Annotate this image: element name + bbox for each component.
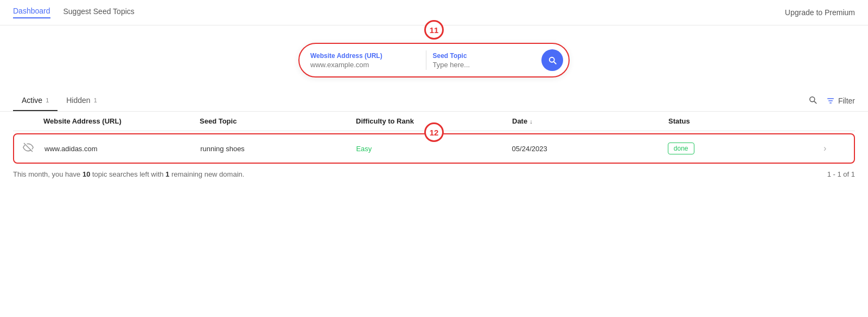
col-date: Date ↓ [512, 117, 668, 125]
nav-item-dashboard[interactable]: Dashboard [13, 7, 50, 18]
footer: This month, you have 10 topic searches l… [0, 164, 868, 185]
row-url: www.adidas.com [44, 145, 200, 153]
filter-label: Filter [838, 96, 855, 105]
tab-hidden-label: Hidden [66, 96, 90, 105]
col-status: Status [668, 117, 825, 125]
row-hide-icon-cell [23, 142, 44, 155]
tab-hidden-count: 1 [94, 97, 97, 103]
status-badge: done [668, 143, 694, 154]
tab-active-label: Active [22, 96, 42, 105]
url-field: Website Address (URL) [310, 52, 419, 69]
hide-icon [23, 142, 34, 155]
row-status: done [668, 143, 824, 154]
upgrade-button[interactable]: Upgrade to Premium [785, 8, 855, 17]
svg-point-0 [810, 96, 815, 101]
col-url: Website Address (URL) [43, 117, 200, 125]
table-area: Website Address (URL) Seed Topic Difficu… [0, 112, 868, 164]
chevron-right-icon: › [824, 144, 826, 153]
filter-button[interactable]: Filter [826, 96, 855, 105]
sort-arrow: ↓ [529, 118, 533, 125]
topic-field-label: Seed Topic [433, 52, 542, 60]
col-actions [825, 117, 846, 125]
row-difficulty: Easy [356, 145, 512, 153]
url-input[interactable] [310, 61, 419, 69]
nav-item-suggest[interactable]: Suggest Seed Topics [63, 7, 135, 18]
row-chevron[interactable]: › [824, 144, 845, 153]
annotation-11: 11 [424, 20, 444, 40]
table-search-icon [808, 95, 818, 105]
search-icon [547, 55, 557, 65]
tab-active-count: 1 [46, 97, 49, 103]
row-seed-topic: running shoes [200, 145, 356, 153]
search-divider [426, 50, 426, 70]
searches-left: 10 [82, 170, 90, 178]
footer-text: This month, you have 10 topic searches l… [13, 170, 244, 178]
tabs-left: Active 1 Hidden 1 [13, 90, 106, 111]
topic-field: Seed Topic [433, 52, 542, 69]
search-button[interactable] [541, 49, 563, 71]
topic-input[interactable] [433, 61, 542, 69]
col-icon [22, 117, 43, 125]
url-field-label: Website Address (URL) [310, 52, 419, 60]
tab-hidden[interactable]: Hidden 1 [58, 90, 106, 111]
col-seed: Seed Topic [200, 117, 356, 125]
search-area: 11 Website Address (URL) Seed Topic [0, 25, 868, 90]
search-box: Website Address (URL) Seed Topic [298, 43, 570, 77]
table-row-container: 12 www.adidas.com running shoes Easy 05/… [13, 133, 855, 164]
pagination: 1 - 1 of 1 [827, 170, 855, 178]
annotation-12: 12 [424, 122, 444, 142]
tabs-right: Filter [806, 93, 855, 109]
svg-line-1 [814, 101, 816, 103]
tab-active[interactable]: Active 1 [13, 90, 58, 111]
filter-icon [826, 96, 835, 105]
table-search-button[interactable] [806, 93, 820, 109]
nav-left: Dashboard Suggest Seed Topics [13, 7, 135, 18]
row-date: 05/24/2023 [512, 145, 668, 153]
tabs-area: Active 1 Hidden 1 Filter [0, 90, 868, 112]
